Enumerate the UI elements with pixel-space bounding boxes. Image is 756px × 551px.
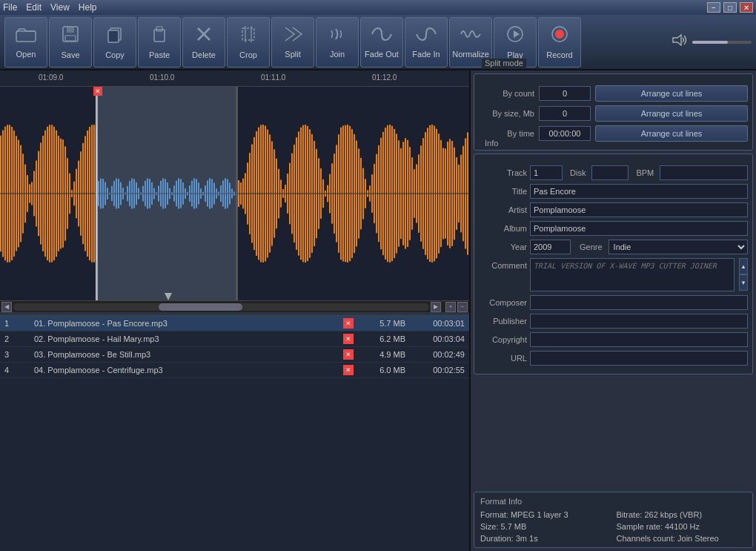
volume-fill [692, 41, 728, 44]
volume-slider[interactable] [692, 41, 752, 44]
open-label: Open [16, 50, 36, 59]
file-row-1[interactable]: 1 01. Pomplamoose - Pas Encore.mp3 ✕ 5.7… [0, 316, 469, 331]
file-list: Num. File name Size Duration 1 01. Pompl… [0, 300, 469, 551]
scroll-right-button[interactable]: ▶ [431, 302, 441, 312]
close-button[interactable]: ✕ [740, 2, 753, 13]
comment-input[interactable] [530, 258, 735, 291]
svg-marker-17 [673, 35, 681, 45]
title-field-label: Title [479, 187, 527, 196]
file-num-1: 1 [4, 319, 34, 328]
paste-label: Paste [149, 50, 170, 59]
comment-scroll-up[interactable]: ▲ [739, 258, 748, 274]
menu-edit[interactable]: Edit [26, 2, 42, 13]
play-icon [506, 25, 524, 47]
file-delete-4[interactable]: ✕ [343, 365, 354, 375]
comment-scroll-down[interactable]: ▼ [739, 274, 748, 291]
join-button[interactable]: Join [316, 17, 359, 67]
selection-close-marker[interactable]: ✕ [93, 87, 102, 96]
file-delete-1[interactable]: ✕ [343, 318, 354, 329]
menu-file[interactable]: File [3, 2, 17, 13]
timeline-mark-4: 01:12.0 [372, 73, 397, 82]
artist-input[interactable] [530, 202, 748, 217]
open-button[interactable]: Open [4, 17, 47, 67]
format-format: Format: MPEG 1 layer 3 [480, 510, 611, 519]
scroll-track[interactable] [13, 303, 429, 311]
fadeout-button[interactable]: Fade Out [360, 17, 403, 67]
copyright-input[interactable] [530, 332, 748, 347]
record-icon [551, 25, 568, 47]
title-input[interactable] [530, 184, 748, 199]
file-delete-3[interactable]: ✕ [343, 349, 354, 360]
format-channels: Channels count: Join Stereo [617, 534, 747, 543]
copy-button[interactable]: Copy [93, 17, 136, 67]
fadein-button[interactable]: Fade In [405, 17, 448, 67]
file-row-2[interactable]: 2 02. Pomplamoose - Hail Mary.mp3 ✕ 6.2 … [0, 331, 469, 347]
file-num-3: 3 [4, 350, 34, 359]
menu-help[interactable]: Help [79, 2, 97, 13]
album-input[interactable] [530, 221, 748, 236]
url-input[interactable] [530, 351, 748, 366]
minimize-button[interactable]: − [707, 2, 720, 13]
save-label: Save [61, 50, 79, 59]
file-delete-2[interactable]: ✕ [343, 334, 354, 344]
year-genre-row: Year Genre Indie Pop Rock Jazz [479, 240, 748, 254]
publisher-input[interactable] [530, 314, 748, 329]
svg-rect-10 [242, 28, 254, 40]
maximize-button[interactable]: □ [723, 2, 737, 13]
record-button[interactable]: Record [538, 17, 581, 67]
split-count-input[interactable] [539, 86, 591, 101]
composer-input[interactable] [530, 295, 748, 310]
zoom-out-button[interactable]: − [457, 302, 468, 312]
normalize-label: Normalize [452, 50, 489, 59]
waveform-selection[interactable] [96, 87, 237, 300]
split-button[interactable]: Split [271, 17, 314, 67]
fadeout-icon [371, 26, 393, 47]
play-label: Play [507, 50, 523, 59]
delete-button[interactable]: Delete [182, 17, 225, 67]
split-size-input[interactable] [539, 106, 591, 121]
track-label: Track [479, 168, 527, 177]
scroll-left-button[interactable]: ◀ [1, 302, 12, 312]
split-time-input[interactable] [539, 126, 591, 141]
crop-button[interactable]: Crop [227, 17, 270, 67]
delete-icon [195, 25, 213, 47]
disk-input[interactable] [591, 165, 629, 180]
bpm-input[interactable] [660, 165, 748, 180]
copyright-row: Copyright [479, 332, 748, 347]
split-by-count-row: By count Arrange cut lines [479, 85, 748, 102]
menu-view[interactable]: View [50, 2, 70, 13]
genre-select[interactable]: Indie Pop Rock Jazz [609, 240, 748, 254]
year-label: Year [479, 242, 527, 251]
file-size-3: 4.9 MB [354, 350, 405, 359]
file-name-2: 02. Pomplamoose - Hail Mary.mp3 [34, 334, 339, 343]
track-input[interactable] [530, 165, 563, 180]
format-duration: Duration: 3m 1s [480, 534, 611, 543]
svg-rect-7 [156, 27, 162, 31]
file-num-4: 4 [4, 366, 34, 375]
year-input[interactable] [530, 240, 571, 254]
publisher-label: Publisher [479, 317, 527, 326]
timeline-mark-3: 01:11.0 [261, 73, 285, 82]
album-row: Album [479, 221, 748, 236]
file-row-4[interactable]: 4 04. Pomplamoose - Centrifuge.mp3 ✕ 6.0… [0, 363, 469, 378]
track-row: Track Disk BPM [479, 165, 748, 180]
fadein-label: Fade In [412, 50, 440, 59]
url-row: URL [479, 351, 748, 366]
join-label: Join [330, 50, 345, 59]
copy-label: Copy [105, 50, 125, 59]
paste-button[interactable]: Paste [138, 17, 181, 67]
scroll-thumb[interactable] [159, 303, 242, 311]
arrange-time-button[interactable]: Arrange cut lines [595, 125, 748, 142]
arrange-size-button[interactable]: Arrange cut lines [595, 105, 748, 122]
info-section-title: Info [482, 139, 501, 148]
waveform-display[interactable]: ✕ [0, 87, 469, 300]
zoom-in-button[interactable]: + [445, 302, 456, 312]
format-info-section: Format Info Format: MPEG 1 layer 3 Bitra… [474, 492, 753, 548]
format-bitrate: Bitrate: 262 kbps (VBR) [617, 510, 747, 519]
copy-icon [106, 25, 124, 47]
arrange-count-button[interactable]: Arrange cut lines [595, 85, 748, 102]
save-button[interactable]: Save [49, 17, 92, 67]
menu-bar: File Edit View Help [3, 2, 97, 13]
format-sample-rate: Sample rate: 44100 Hz [617, 522, 747, 531]
file-row-3[interactable]: 3 03. Pomplamoose - Be Still.mp3 ✕ 4.9 M… [0, 347, 469, 363]
